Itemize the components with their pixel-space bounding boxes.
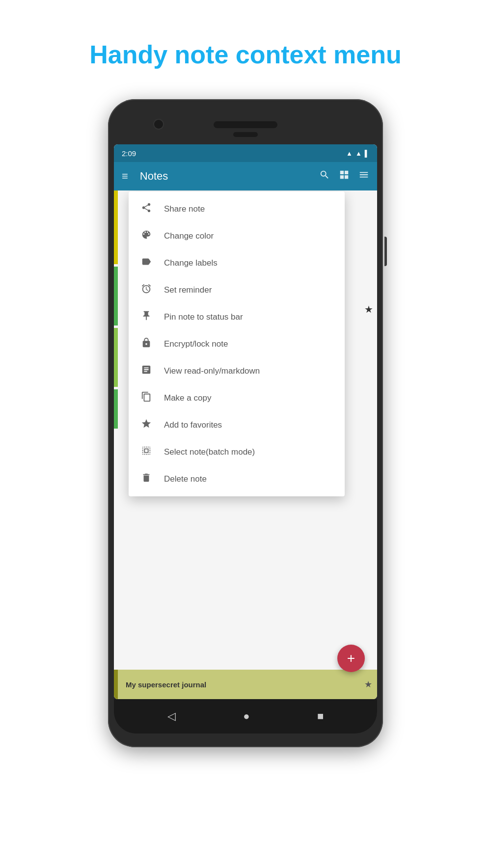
- menu-item-encrypt-note[interactable]: Encrypt/lock note: [129, 330, 345, 357]
- search-icon[interactable]: [319, 169, 330, 183]
- label-icon: [140, 256, 152, 270]
- change-color-label: Change color: [164, 231, 214, 241]
- alarm-icon: [140, 283, 152, 297]
- context-menu: Share note Change color Change labels: [129, 191, 345, 496]
- bottom-note-title: My supersecret journal: [126, 680, 206, 689]
- status-bar: 2:09 ▲ ▲ ▌: [114, 144, 377, 162]
- menu-item-change-labels[interactable]: Change labels: [129, 249, 345, 276]
- share-note-label: Share note: [164, 204, 205, 214]
- app-title: Notes: [140, 170, 311, 183]
- yellow-strip: [114, 190, 118, 264]
- wifi-icon: ▲: [346, 150, 353, 157]
- list-icon[interactable]: [358, 169, 369, 183]
- phone-bottom-nav: ◁ ● ■: [114, 699, 377, 733]
- grid-icon[interactable]: [339, 169, 350, 183]
- signal-icon: ▲: [355, 150, 362, 157]
- make-copy-label: Make a copy: [164, 393, 211, 403]
- delete-icon: [140, 472, 152, 486]
- encrypt-note-label: Encrypt/lock note: [164, 339, 228, 349]
- app-bar: ≡ Notes: [114, 162, 377, 190]
- menu-item-delete-note[interactable]: Delete note: [129, 465, 345, 492]
- notes-background: ★ Share note Change color: [114, 190, 377, 699]
- share-icon: [140, 202, 152, 216]
- front-camera: [153, 119, 164, 130]
- pin-note-label: Pin note to status bar: [164, 312, 243, 322]
- palette-icon: [140, 229, 152, 243]
- menu-item-view-readonly[interactable]: View read-only/markdown: [129, 357, 345, 384]
- nav-home-icon[interactable]: ●: [243, 710, 249, 723]
- menu-item-select-batch[interactable]: Select note(batch mode): [129, 438, 345, 465]
- phone-top-bezel: [114, 105, 377, 144]
- menu-item-add-favorites[interactable]: Add to favorites: [129, 411, 345, 438]
- page-title: Handy note context menu: [44, 39, 447, 70]
- change-labels-label: Change labels: [164, 258, 218, 268]
- fab-add-note[interactable]: +: [337, 645, 365, 672]
- status-time: 2:09: [122, 149, 136, 158]
- battery-icon: ▌: [365, 150, 369, 157]
- select-all-icon: [140, 445, 152, 459]
- add-favorites-label: Add to favorites: [164, 420, 222, 430]
- status-icons: ▲ ▲ ▌: [346, 150, 369, 157]
- select-batch-label: Select note(batch mode): [164, 447, 255, 457]
- phone-screen: 2:09 ▲ ▲ ▌ ≡ Notes: [114, 144, 377, 699]
- menu-item-share-note[interactable]: Share note: [129, 195, 345, 222]
- bottom-note: My supersecret journal ★: [114, 670, 377, 699]
- green-strip: [114, 267, 118, 326]
- side-star-icon: ★: [364, 303, 373, 315]
- delete-note-label: Delete note: [164, 474, 207, 484]
- phone-speaker: [214, 121, 277, 128]
- phone-frame: 2:09 ▲ ▲ ▌ ≡ Notes: [108, 99, 383, 747]
- menu-item-make-copy[interactable]: Make a copy: [129, 384, 345, 411]
- bottom-note-star: ★: [364, 679, 372, 690]
- article-icon: [140, 364, 152, 378]
- nav-back-icon[interactable]: ◁: [167, 710, 176, 723]
- lock-icon: [140, 337, 152, 351]
- pin-icon: [140, 310, 152, 324]
- star-icon: [140, 418, 152, 432]
- menu-icon[interactable]: ≡: [122, 170, 128, 183]
- phone-sensor: [233, 132, 258, 137]
- phone-side-button: [384, 237, 387, 266]
- app-bar-actions: [319, 169, 369, 183]
- set-reminder-label: Set reminder: [164, 285, 212, 295]
- nav-recents-icon[interactable]: ■: [317, 710, 324, 723]
- green2-strip: [114, 328, 118, 387]
- copy-icon: [140, 391, 152, 405]
- green3-strip: [114, 389, 118, 429]
- view-readonly-label: View read-only/markdown: [164, 366, 260, 376]
- menu-item-set-reminder[interactable]: Set reminder: [129, 276, 345, 303]
- menu-item-pin-note[interactable]: Pin note to status bar: [129, 303, 345, 330]
- menu-item-change-color[interactable]: Change color: [129, 222, 345, 249]
